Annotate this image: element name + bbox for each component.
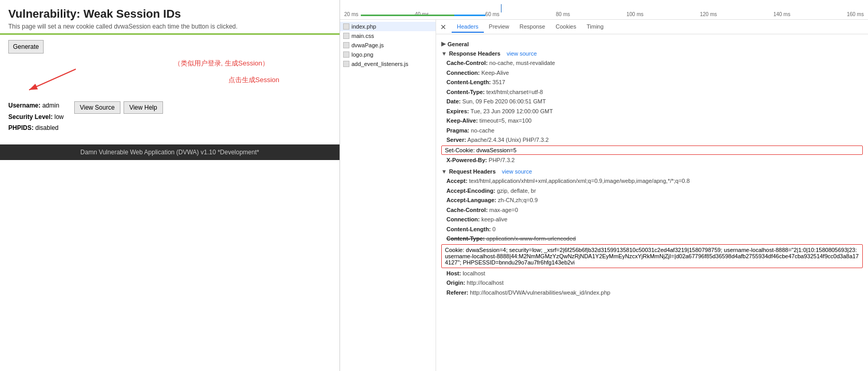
tab-timing[interactable]: Timing xyxy=(581,21,609,33)
security-label: Security Level: xyxy=(8,113,52,121)
header-key: Pragma: xyxy=(446,127,469,134)
timeline-label-5: 120 ms xyxy=(700,11,717,17)
response-headers-label: Response Headers xyxy=(449,50,500,57)
view-source-button[interactable]: View Source xyxy=(74,101,120,114)
response-toggle[interactable]: ▼ xyxy=(441,50,447,57)
header-key: Accept-Language: xyxy=(446,197,496,203)
devtools-panel: 20 ms 40 ms 60 ms 80 ms 100 ms 120 ms 14… xyxy=(340,0,868,371)
headers-tabs: ✕ Headers Preview Response Cookies Timin… xyxy=(436,20,868,34)
phpids-label: PHPIDS: xyxy=(8,124,34,131)
request-toggle[interactable]: ▼ xyxy=(441,168,447,175)
header-key: Accept-Encoding: xyxy=(446,188,495,194)
username-label: Username: xyxy=(8,102,40,109)
header-key: Content-Length: xyxy=(446,226,491,232)
file-item[interactable]: add_event_listeners.js xyxy=(340,59,436,69)
header-val: PHP/7.3.2 xyxy=(487,157,514,163)
file-icon xyxy=(343,61,349,67)
file-item[interactable]: main.css xyxy=(340,31,436,41)
header-val: http://localhost/DVWA/vulnerabilities/we… xyxy=(468,289,611,296)
response-header-row: Pragma: no-cache xyxy=(441,126,863,135)
response-headers-title: ▼ Response Headers view source xyxy=(441,50,863,57)
header-val: Apache/2.4.34 (Unix) PHP/7.3.2 xyxy=(466,137,549,143)
header-key: Connection: xyxy=(446,216,480,222)
view-help-button[interactable]: View Help xyxy=(124,101,163,114)
response-header-row: Keep-Alive: timeout=5, max=100 xyxy=(441,116,863,125)
header-key: Origin: xyxy=(446,280,465,286)
file-name: index.php xyxy=(351,23,376,30)
header-key: Accept: xyxy=(446,178,467,184)
header-key: Cookie: xyxy=(445,247,464,253)
tab-cookies[interactable]: Cookies xyxy=(550,21,581,33)
timeline-label-7: 160 ms xyxy=(847,11,864,17)
header-val: max-age=0 xyxy=(487,207,518,213)
timeline-marker xyxy=(501,4,501,12)
page-title: Vulnerability: Weak Session IDs xyxy=(8,7,331,21)
security-value: low xyxy=(55,113,64,121)
annotation-chinese: （类似用户登录, 生成Session） xyxy=(174,59,269,68)
timeline-label-4: 100 ms xyxy=(627,11,644,17)
annotation-click: 点击生成Session xyxy=(228,75,279,85)
footer-bar: Damn Vulnerable Web Application (DVWA) v… xyxy=(0,144,340,160)
response-header-row: Set-Cookie: dvwaSession=5 xyxy=(441,145,863,155)
timeline-label-3: 80 ms xyxy=(556,11,570,17)
request-header-row: Accept-Encoding: gzip, deflate, br xyxy=(441,187,863,195)
header-key: Server: xyxy=(446,137,466,143)
header-val: zh-CN,zh;q=0.9 xyxy=(496,197,538,203)
left-panel: Vulnerability: Weak Session IDs This pag… xyxy=(0,0,340,371)
header-key: Cache-Control: xyxy=(446,207,487,213)
response-view-source-link[interactable]: view source xyxy=(507,50,537,57)
response-header-row: Expires: Tue, 23 Jun 2009 12:00:00 GMT xyxy=(441,107,863,116)
header-key: Expires: xyxy=(446,108,469,114)
header-key: Content-Type: xyxy=(446,235,485,242)
file-item[interactable]: index.php xyxy=(340,22,436,31)
timeline-label-0: 20 ms xyxy=(344,11,358,17)
response-header-row: Server: Apache/2.4.34 (Unix) PHP/7.3.2 xyxy=(441,136,863,144)
user-info: Username: admin Security Level: low PHPI… xyxy=(8,100,64,134)
request-header-row: Cookie: dvwaSession=4; security=low; _xs… xyxy=(441,244,863,268)
header-key: Connection: xyxy=(446,70,480,76)
header-val: keep-alive xyxy=(480,216,507,222)
tab-preview[interactable]: Preview xyxy=(484,21,514,33)
request-headers-label: Request Headers xyxy=(449,168,496,175)
header-val: text/html,application/xhtml+xml,applicat… xyxy=(467,178,689,184)
file-item[interactable]: dvwaPage.js xyxy=(340,41,436,50)
request-view-source-link[interactable]: view source xyxy=(502,168,532,175)
annotation-area: （类似用户登录, 生成Session） 点击生成Session xyxy=(8,59,331,100)
username-value: admin xyxy=(42,102,59,109)
header-val: 3517 xyxy=(491,79,506,85)
header-val: Keep-Alive xyxy=(480,70,509,76)
header-key: Content-Type: xyxy=(446,89,485,95)
header-val: no-cache, must-revalidate xyxy=(487,60,555,66)
arrow-icon xyxy=(19,64,81,95)
file-name: main.css xyxy=(351,33,374,39)
request-headers-list: Accept: text/html,application/xhtml+xml,… xyxy=(441,177,863,297)
tab-headers[interactable]: Headers xyxy=(452,21,484,33)
header-key: Content-Length: xyxy=(446,79,491,85)
timeline-label-2: 60 ms xyxy=(485,11,499,17)
headers-panel: ✕ Headers Preview Response Cookies Timin… xyxy=(436,20,868,371)
response-header-row: Connection: Keep-Alive xyxy=(441,69,863,77)
header-val: localhost xyxy=(461,270,485,276)
general-toggle[interactable]: ▶ xyxy=(441,41,445,47)
generate-section: Generate （类似用户登录, 生成Session） 点击生成Session xyxy=(0,35,340,100)
request-header-row: Accept-Language: zh-CN,zh;q=0.9 xyxy=(441,196,863,205)
response-header-row: Content-Type: text/html;charset=utf-8 xyxy=(441,88,863,97)
file-icon xyxy=(343,33,349,39)
response-header-row: X-Powered-By: PHP/7.3.2 xyxy=(441,156,863,165)
close-button[interactable]: ✕ xyxy=(439,23,447,31)
toolbar: View Source View Help xyxy=(74,101,163,114)
header-val: Sun, 09 Feb 2020 06:00:51 GMT xyxy=(461,98,546,104)
header-key: Host: xyxy=(446,270,461,276)
header-val: no-cache xyxy=(469,127,494,134)
footer-text: Damn Vulnerable Web Application (DVWA) v… xyxy=(80,149,259,156)
header-val: Tue, 23 Jun 2009 12:00:00 GMT xyxy=(469,108,552,114)
svg-line-1 xyxy=(29,69,76,90)
devtools-body: index.phpmain.cssdvwaPage.jslogo.pngadd_… xyxy=(340,20,868,371)
header-key: Keep-Alive: xyxy=(446,117,478,124)
header-val: dvwaSession=4; security=low; _xsrf=2|6f2… xyxy=(445,247,859,266)
file-item[interactable]: logo.png xyxy=(340,50,436,59)
tab-response[interactable]: Response xyxy=(514,21,551,33)
request-header-row: Content-Type: application/x-www-form-url… xyxy=(441,234,863,243)
generate-button[interactable]: Generate xyxy=(8,40,44,54)
page-subtitle: This page will set a new cookie called d… xyxy=(8,23,331,30)
